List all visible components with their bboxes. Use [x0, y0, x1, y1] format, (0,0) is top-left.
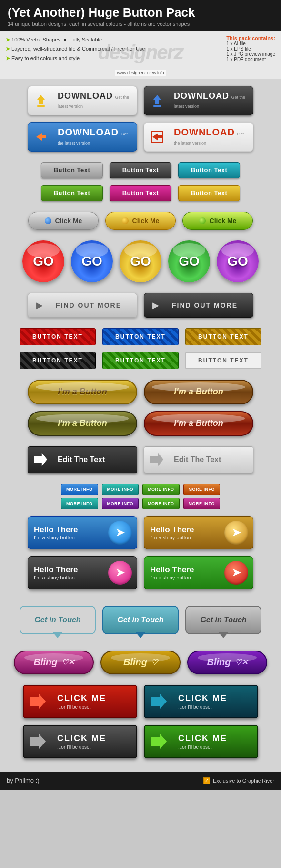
hello-circle-red: ➤ — [224, 561, 248, 585]
hello-dark-button[interactable]: Hello There I'm a shiny button ➤ — [28, 556, 137, 589]
download-button-dark[interactable]: DOWNLOAD Get the latest version — [144, 86, 253, 115]
more-info-orange-1[interactable]: MORE INFO — [183, 484, 221, 495]
oval-gold-button[interactable]: Click Me — [105, 212, 176, 230]
main-content: DOWNLOAD Get the latest version DOWNLOAD… — [0, 79, 281, 772]
footer-exclusive: ✓ Exclusive to Graphic River — [203, 777, 274, 784]
hello-gold-button[interactable]: Hello There I'm a shiny button ➤ — [144, 516, 253, 549]
more-info-pink-2[interactable]: MORE INFO — [183, 498, 221, 509]
click-icon-dark — [24, 725, 52, 758]
find-label-light: FIND OUT MORE — [51, 301, 137, 309]
hello-blue-button[interactable]: Hello There I'm a shiny button ➤ — [28, 516, 137, 549]
simple-darkgray-button[interactable]: Button Text — [110, 162, 171, 178]
oval-green-button[interactable]: Click Me — [182, 212, 253, 230]
edit-light-button[interactable]: Edit The Text — [144, 446, 253, 473]
click-buttons-row-1: CLICK ME ...or I'll be upset CLICK ME ..… — [5, 685, 276, 718]
glossy-olive-button[interactable]: I'm a Button — [28, 411, 137, 436]
click-text-teal: CLICK ME ...or I'll be upset — [173, 693, 257, 710]
svg-rect-1 — [37, 105, 45, 107]
find-label-dark: FIND OUT MORE — [167, 301, 253, 309]
go-green-button[interactable]: GO — [168, 240, 210, 282]
bling-buttons-row: Bling ♡✕ Bling ♡ Bling ♡✕ — [5, 651, 276, 674]
download-button-light[interactable]: DOWNLOAD Get the latest version — [28, 86, 137, 115]
hello-text-dark: Hello There I'm a shiny button — [28, 565, 108, 580]
bling-purple-button[interactable]: Bling ♡✕ — [187, 651, 267, 674]
stripe-outline-button[interactable]: BUTTON TEXT — [185, 352, 261, 369]
hello-buttons-row-1: Hello There I'm a shiny button ➤ Hello T… — [5, 516, 276, 549]
hello-text-green: Hello There I'm a shiny button — [144, 565, 224, 580]
simple-pink-button[interactable]: Button Text — [110, 185, 171, 201]
brand-url: www.designerz-crew.info — [115, 70, 166, 76]
simple-cyan-button[interactable]: Button Text — [178, 162, 240, 178]
find-dark-button[interactable]: ▶ FIND OUT MORE — [144, 293, 253, 318]
edit-buttons-row: Edit The Text Edit The Text — [5, 446, 276, 473]
click-icon-green — [145, 725, 173, 758]
simple-buttons-row-1: Button Text Button Text Button Text — [5, 162, 276, 178]
svg-rect-3 — [153, 105, 161, 107]
glossy-brown-button[interactable]: I'm a Button — [144, 380, 253, 404]
download-button-outline[interactable]: DOWNLOAD Get the latest version — [144, 122, 253, 152]
click-red-button[interactable]: CLICK ME ...or I'll be upset — [23, 685, 137, 718]
download-text-blue: DOWNLOAD Get the latest version — [54, 127, 137, 146]
find-light-button[interactable]: ▶ FIND OUT MORE — [28, 293, 137, 318]
heart-icon: ♡✕ — [61, 658, 74, 667]
bubble-gray-button[interactable]: Get in Touch — [185, 606, 261, 634]
bubble-outline-button[interactable]: Get in Touch — [20, 606, 96, 634]
glossy-redbrown-button[interactable]: I'm a Button — [144, 411, 253, 436]
download-icon-blue — [144, 86, 170, 115]
edit-label-dark: Edit The Text — [53, 455, 137, 464]
simple-yellow-button[interactable]: Button Text — [178, 185, 240, 201]
more-info-purple-2[interactable]: MORE INFO — [102, 498, 139, 509]
stripe-gold-button[interactable]: BUTTON TEXT — [185, 328, 261, 345]
hello-green-button[interactable]: Hello There I'm a shiny button ➤ — [144, 556, 253, 589]
bubble-blue-button[interactable]: Get in Touch — [102, 606, 179, 634]
click-green-button[interactable]: CLICK ME ...or I'll be upset — [144, 725, 258, 758]
go-red-button[interactable]: GO — [22, 240, 64, 282]
glossy-buttons-row-2: I'm a Button I'm a Button — [5, 411, 276, 436]
find-arrow-light: ▶ — [28, 293, 51, 318]
find-arrow-dark: ▶ — [144, 293, 167, 318]
page-subtitle: 14 unique button designs, each in severa… — [8, 21, 273, 27]
svg-marker-2 — [153, 95, 161, 104]
click-teal-button[interactable]: CLICK ME ...or I'll be upset — [144, 685, 258, 718]
simple-gray-button[interactable]: Button Text — [41, 162, 103, 178]
watermark: designerz — [0, 41, 281, 64]
bling-gold-button[interactable]: Bling ♡ — [100, 651, 181, 674]
more-info-teal-2[interactable]: MORE INFO — [61, 498, 98, 509]
download-icon-red — [144, 122, 170, 152]
more-info-green-1[interactable]: MORE INFO — [142, 484, 180, 495]
simple-green-button[interactable]: Button Text — [41, 185, 103, 201]
click-arrow-teal — [151, 694, 167, 709]
oval-dot-blue — [45, 217, 51, 224]
click-dark-button[interactable]: CLICK ME ...or I'll be upset — [23, 725, 137, 758]
more-info-teal-1[interactable]: MORE INFO — [102, 484, 139, 495]
go-blue-button[interactable]: GO — [71, 240, 113, 282]
oval-gray-button[interactable]: Click Me — [28, 212, 99, 230]
click-text-green: CLICK ME ...or I'll be upset — [173, 734, 257, 750]
hello-circle-blue: ➤ — [108, 521, 132, 545]
edit-dark-button[interactable]: Edit The Text — [28, 446, 137, 473]
more-info-blue-1[interactable]: MORE INFO — [61, 484, 98, 495]
download-icon-yellow — [28, 86, 54, 115]
svg-marker-4 — [36, 133, 46, 141]
edit-arrow-light — [150, 453, 163, 466]
more-info-green-2[interactable]: MORE INFO — [142, 498, 180, 509]
stripe-buttons-row-1: BUTTON TEXT BUTTON TEXT BUTTON TEXT — [5, 328, 276, 345]
banner-section: ➤ 100% Vector Shapes ● Fully Scalable ➤ … — [0, 31, 281, 79]
stripe-red-button[interactable]: BUTTON TEXT — [20, 328, 96, 345]
simple-buttons-row-2: Button Text Button Text Button Text — [5, 185, 276, 201]
download-button-blue[interactable]: DOWNLOAD Get the latest version — [28, 122, 137, 152]
hello-circle-gold: ➤ — [224, 521, 248, 545]
heart-icon-3: ♡✕ — [235, 658, 248, 667]
go-gold-button[interactable]: GO — [120, 240, 161, 282]
stripe-black-button[interactable]: BUTTON TEXT — [20, 352, 96, 369]
download-row-2: DOWNLOAD Get the latest version DOWNLOAD… — [5, 122, 276, 152]
glossy-gold-button[interactable]: I'm a Button — [28, 380, 137, 404]
svg-marker-5 — [152, 133, 162, 141]
stripe-green-button[interactable]: BUTTON TEXT — [102, 352, 179, 369]
stripe-blue-button[interactable]: BUTTON TEXT — [102, 328, 179, 345]
footer: by Philmo :) ✓ Exclusive to Graphic Rive… — [0, 772, 281, 790]
heart-icon-2: ♡ — [151, 658, 158, 667]
page-title: (Yet Another) Huge Button Pack — [8, 6, 273, 20]
go-purple-button[interactable]: GO — [217, 240, 259, 282]
bling-pink-button[interactable]: Bling ♡✕ — [14, 651, 94, 674]
